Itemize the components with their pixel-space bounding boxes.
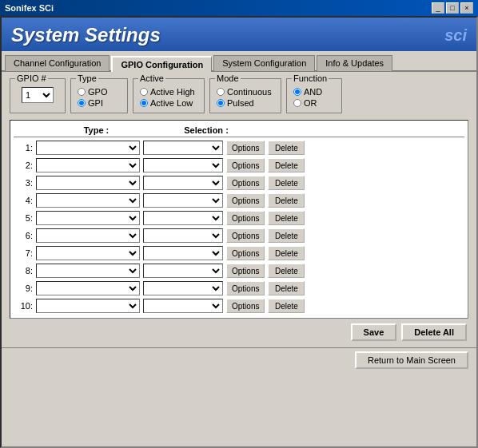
maximize-button[interactable]: □ — [446, 2, 459, 14]
row-delete-button[interactable]: Delete — [268, 211, 305, 225]
active-high-label: Active High — [150, 87, 195, 97]
row-number: 6: — [14, 231, 33, 240]
row-type-select[interactable] — [36, 158, 140, 172]
row-type-select[interactable] — [36, 228, 140, 243]
window-controls: _ □ × — [432, 2, 473, 14]
row-type-select[interactable] — [36, 281, 140, 295]
mode-continuous-label: Continuous — [227, 87, 272, 97]
function-and-radio[interactable] — [293, 88, 301, 96]
mode-pulsed-option[interactable]: Pulsed — [217, 98, 274, 108]
row-number: 9: — [14, 283, 33, 293]
gpio-table: Type : Selection : 1: Options Delete 2: … — [10, 120, 468, 319]
row-number: 2: — [14, 161, 33, 170]
tab-gpio-config[interactable]: GPIO Configuration — [111, 56, 212, 72]
row-options-button[interactable]: Options — [226, 176, 265, 190]
function-group: Function AND OR — [286, 78, 342, 113]
row-selection-select[interactable] — [143, 141, 223, 155]
table-row: 9: Options Delete — [14, 280, 464, 297]
row-type-select[interactable] — [36, 193, 140, 208]
app-title: Sonifex SCi — [5, 3, 54, 13]
row-options-button[interactable]: Options — [226, 211, 265, 225]
function-and-option[interactable]: AND — [293, 87, 335, 97]
row-options-button[interactable]: Options — [226, 228, 265, 243]
minimize-button[interactable]: _ — [432, 2, 444, 14]
mode-pulsed-radio[interactable] — [217, 99, 225, 107]
save-button[interactable]: Save — [351, 323, 397, 341]
table-row: 2: Options Delete — [14, 157, 464, 174]
return-to-main-button[interactable]: Return to Main Screen — [355, 351, 468, 369]
bottom-buttons: Save Delete All — [10, 323, 468, 341]
gpio-select[interactable]: 1234 5678 910 — [22, 87, 54, 103]
table-row: 6: Options Delete — [14, 227, 464, 244]
row-delete-button[interactable]: Delete — [268, 158, 305, 172]
tab-channel-config[interactable]: Channel Configuration — [5, 55, 110, 71]
tab-info-updates[interactable]: Info & Updates — [317, 55, 392, 71]
row-number: 5: — [14, 213, 33, 223]
row-options-button[interactable]: Options — [226, 158, 265, 172]
row-delete-button[interactable]: Delete — [268, 193, 305, 208]
row-options-button[interactable]: Options — [226, 246, 265, 260]
type-gpi-option[interactable]: GPI — [78, 98, 121, 108]
row-options-button[interactable]: Options — [226, 299, 265, 313]
return-row: Return to Main Screen — [2, 347, 476, 374]
row-options-button[interactable]: Options — [226, 264, 265, 278]
function-or-label: OR — [304, 98, 317, 108]
row-selection-select[interactable] — [143, 264, 223, 278]
type-gpo-label: GPO — [88, 87, 107, 97]
table-row: 1: Options Delete — [14, 139, 464, 157]
row-type-select[interactable] — [36, 211, 140, 225]
mode-pulsed-label: Pulsed — [227, 98, 254, 108]
row-selection-select[interactable] — [143, 211, 223, 225]
row-delete-button[interactable]: Delete — [268, 176, 305, 190]
active-low-radio[interactable] — [140, 99, 148, 107]
row-selection-select[interactable] — [143, 281, 223, 295]
row-number: 8: — [14, 266, 33, 276]
col-header-selection: Selection : — [158, 125, 254, 135]
mode-continuous-radio[interactable] — [217, 88, 225, 96]
close-button[interactable]: × — [460, 2, 473, 14]
row-selection-select[interactable] — [143, 299, 223, 313]
row-delete-button[interactable]: Delete — [268, 299, 305, 313]
table-row: 5: Options Delete — [14, 209, 464, 227]
page-title: System Settings — [11, 24, 161, 46]
tab-system-config[interactable]: System Configuration — [213, 55, 315, 71]
function-or-radio[interactable] — [293, 99, 301, 107]
row-type-select[interactable] — [36, 246, 140, 260]
function-or-option[interactable]: OR — [293, 98, 335, 108]
row-delete-button[interactable]: Delete — [268, 141, 305, 155]
row-type-select[interactable] — [36, 176, 140, 190]
active-high-option[interactable]: Active High — [140, 87, 197, 97]
row-selection-select[interactable] — [143, 193, 223, 208]
row-number: 4: — [14, 196, 33, 205]
active-group-label: Active — [138, 73, 165, 83]
delete-all-button[interactable]: Delete All — [401, 323, 467, 341]
row-delete-button[interactable]: Delete — [268, 246, 305, 260]
row-delete-button[interactable]: Delete — [268, 264, 305, 278]
row-type-select[interactable] — [36, 141, 140, 155]
table-row: 7: Options Delete — [14, 244, 464, 262]
tab-bar: Channel Configuration GPIO Configuration… — [2, 51, 476, 72]
type-gpo-radio[interactable] — [78, 88, 86, 96]
row-options-button[interactable]: Options — [226, 281, 265, 295]
type-gpo-option[interactable]: GPO — [78, 87, 121, 97]
row-selection-select[interactable] — [143, 158, 223, 172]
row-options-button[interactable]: Options — [226, 193, 265, 208]
row-type-select[interactable] — [36, 264, 140, 278]
row-selection-select[interactable] — [143, 176, 223, 190]
row-delete-button[interactable]: Delete — [268, 281, 305, 295]
type-group-label: Type — [76, 73, 98, 83]
row-selection-select[interactable] — [143, 246, 223, 260]
row-type-select[interactable] — [36, 299, 140, 313]
active-group: Active Active High Active Low — [133, 78, 205, 113]
row-delete-button[interactable]: Delete — [268, 228, 305, 243]
active-low-option[interactable]: Active Low — [140, 98, 197, 108]
mode-group: Mode Continuous Pulsed — [209, 78, 281, 113]
row-number: 1: — [14, 143, 33, 153]
settings-row: GPIO # 1234 5678 910 Type GPO — [10, 78, 468, 113]
main-window: System Settings sci Channel Configuratio… — [0, 16, 478, 448]
type-gpi-radio[interactable] — [78, 99, 86, 107]
active-high-radio[interactable] — [140, 88, 148, 96]
mode-continuous-option[interactable]: Continuous — [217, 87, 274, 97]
row-options-button[interactable]: Options — [226, 141, 265, 155]
row-selection-select[interactable] — [143, 228, 223, 243]
